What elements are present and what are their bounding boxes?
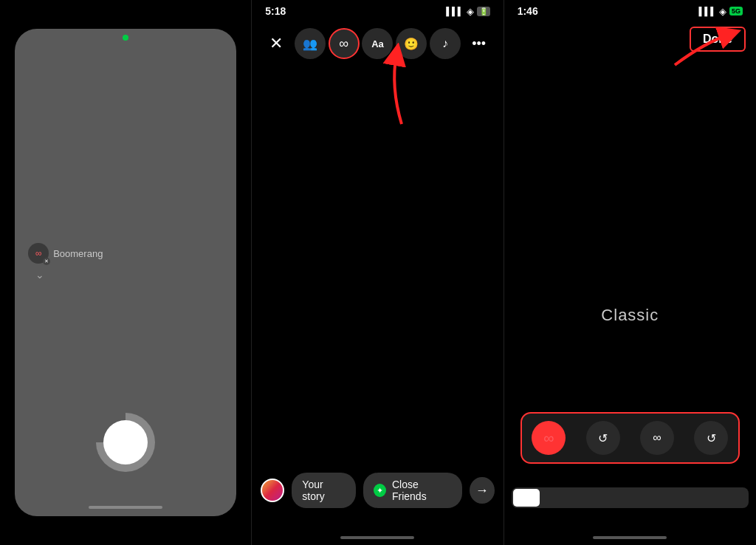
home-indicator-2	[252, 530, 503, 545]
panel-boomerang-options: 1:46 ▌▌▌ ◈ 5G Done Classic ∞	[504, 0, 756, 545]
status-time-3: 1:46	[518, 5, 538, 17]
face-tool-button[interactable]: 👥	[295, 28, 326, 59]
infinity-icon: ∞	[339, 36, 348, 52]
boomerang-options-box: ∞ ↺ ∞ ↺	[520, 412, 740, 464]
duo-icon: ↺	[707, 431, 716, 445]
face-icon: 👥	[303, 37, 317, 51]
panel-editor: 5:18 ▌▌▌ ◈ 🔋 ✕ 👥 ∞ Aa 🙂 ♪ •••	[252, 0, 503, 545]
timeline-track[interactable]	[512, 487, 749, 508]
chevron-down-icon: ⌄	[35, 269, 44, 281]
boomerang-mode-icon: ✕	[28, 243, 49, 264]
battery-icon-2: 🔋	[477, 7, 490, 16]
share-bar: Your story ✦ Close Friends →	[252, 464, 503, 530]
wifi-icon-2: ◈	[467, 6, 474, 17]
sticker-tool-button[interactable]: 🙂	[396, 28, 427, 59]
text-tool-button[interactable]: Aa	[362, 28, 393, 59]
slowmo-icon: ↺	[598, 431, 608, 445]
timeline-thumb[interactable]	[513, 489, 540, 507]
boomerang-content-area: Classic ∞ ↺ ∞ ↺	[504, 56, 756, 530]
your-story-button[interactable]: Your story	[292, 473, 356, 508]
signal-icon-3: ▌▌▌	[699, 7, 716, 16]
boomerang-echo-option[interactable]: ∞	[640, 421, 674, 455]
timeline-container	[512, 487, 749, 508]
camera-screen: ✕ Boomerang ⌄	[15, 29, 236, 516]
boomerang-tool-button[interactable]: ∞	[329, 28, 360, 59]
status-bar-2: 5:18 ▌▌▌ ◈ 🔋	[252, 0, 503, 22]
editor-content-area	[252, 65, 503, 464]
signal-icon-2: ▌▌▌	[446, 7, 463, 16]
sticker-icon: 🙂	[404, 37, 419, 51]
text-icon: Aa	[371, 38, 384, 49]
capture-button-area	[15, 413, 236, 516]
capture-button-inner[interactable]	[103, 420, 148, 465]
boomerang-text-label: Boomerang	[53, 248, 103, 259]
music-tool-button[interactable]: ♪	[430, 28, 461, 59]
status-bar-3: 1:46 ▌▌▌ ◈ 5G	[504, 0, 756, 22]
user-avatar	[261, 479, 284, 502]
status-time-2: 5:18	[265, 5, 286, 17]
boomerang-x-icon: ✕	[43, 258, 50, 265]
editor-toolbar: ✕ 👥 ∞ Aa 🙂 ♪ •••	[252, 22, 503, 65]
wifi-icon-3: ◈	[719, 6, 726, 17]
battery-5g-icon: 5G	[729, 7, 743, 16]
boomerang-classic-option[interactable]: ∞	[532, 421, 566, 455]
done-button-area: Done	[504, 22, 756, 56]
more-options-button[interactable]: •••	[464, 28, 495, 59]
boomerang-slowmo-option[interactable]: ↺	[586, 421, 620, 455]
boomerang-mode-label: ✕ Boomerang	[28, 243, 103, 264]
green-indicator	[123, 35, 128, 41]
status-icons-2: ▌▌▌ ◈ 🔋	[446, 6, 489, 17]
close-friends-label: Close Friends	[392, 479, 452, 502]
send-icon: →	[475, 483, 489, 498]
panel-camera: ✕ Boomerang ⌄	[0, 0, 251, 545]
home-indicator-3	[504, 530, 756, 545]
music-icon: ♪	[442, 37, 448, 50]
status-icons-3: ▌▌▌ ◈ 5G	[699, 6, 743, 17]
home-indicator-1	[89, 506, 162, 509]
classic-infinity-icon: ∞	[543, 430, 554, 447]
close-friends-dot: ✦	[374, 484, 386, 497]
capture-button-outer[interactable]	[96, 413, 155, 472]
close-button[interactable]: ✕	[261, 28, 292, 59]
more-icon: •••	[472, 36, 486, 52]
boomerang-duo-option[interactable]: ↺	[694, 421, 728, 455]
close-friends-button[interactable]: ✦ Close Friends	[363, 473, 462, 508]
echo-icon: ∞	[653, 431, 661, 445]
your-story-label: Your story	[302, 479, 346, 502]
classic-mode-label: Classic	[601, 306, 659, 325]
send-button[interactable]: →	[470, 477, 495, 504]
done-button[interactable]: Done	[690, 27, 746, 52]
